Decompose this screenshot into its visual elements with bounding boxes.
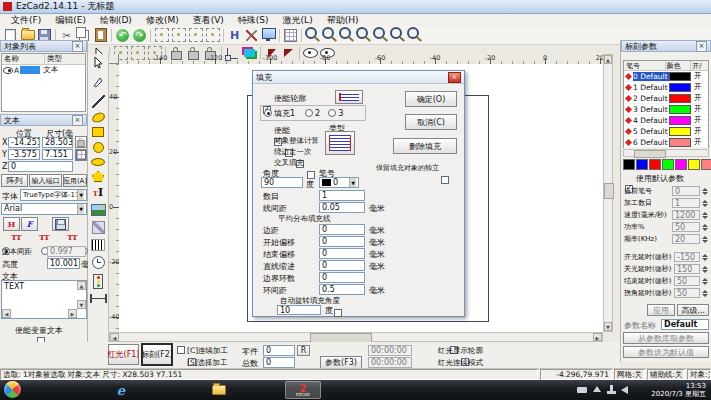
spinner[interactable] xyxy=(702,276,710,286)
close-icon[interactable]: × xyxy=(448,72,461,83)
x-position-input[interactable]: -14.251 xyxy=(8,137,40,148)
col-name[interactable]: 名称 xyxy=(2,54,45,64)
redo-icon[interactable]: ↷ xyxy=(131,28,148,43)
scroll-left-icon[interactable]: ◀ xyxy=(110,333,119,341)
spinner[interactable] xyxy=(702,222,710,232)
z-position-input[interactable]: 0 xyxy=(8,161,73,172)
color-swatch[interactable] xyxy=(688,159,700,170)
pen-select[interactable]: 0▼ xyxy=(319,177,359,188)
set-default-button[interactable]: 参数设为默认值 xyxy=(623,346,709,358)
node-edit-tool[interactable] xyxy=(92,76,104,90)
menu-laser[interactable]: 激光(L) xyxy=(276,14,320,27)
loop-space-input[interactable]: 0.5 xyxy=(319,284,365,295)
zoom-out-icon[interactable] xyxy=(338,28,355,43)
color-swatch[interactable] xyxy=(701,159,711,170)
pen-row[interactable]: 6 Default开 xyxy=(624,137,708,148)
text-panel-header[interactable]: 文本 × xyxy=(0,114,87,126)
spinner[interactable] xyxy=(702,264,710,274)
angle-input[interactable]: 90 xyxy=(261,177,303,188)
auto-rotate-angle-input[interactable]: 10 xyxy=(277,305,321,315)
zoom-page-icon[interactable] xyxy=(406,28,423,43)
visibility-eye-icon[interactable] xyxy=(3,67,13,74)
spinner[interactable] xyxy=(702,186,710,196)
text-content-area[interactable]: TEXT ▲ ▼ ◀ ▶ xyxy=(1,280,87,319)
pen-table-hscrollbar[interactable] xyxy=(623,149,709,157)
line-tool[interactable] xyxy=(92,95,105,108)
cross-hatch-checkbox[interactable] xyxy=(307,171,315,179)
tray-expand-icon[interactable] xyxy=(593,386,601,392)
input-port-tool[interactable] xyxy=(93,274,103,289)
ellipse-tool[interactable] xyxy=(91,158,105,166)
system-settings-icon[interactable] xyxy=(260,28,277,43)
pen-row[interactable]: 1 Default开 xyxy=(624,82,708,93)
canvas-vscrollbar[interactable]: ▲ ▼ xyxy=(603,54,613,332)
scroll-down-icon[interactable]: ▼ xyxy=(77,300,86,309)
y-position-input[interactable]: -3.575 xyxy=(8,149,40,160)
cancel-button[interactable]: 取消(C) xyxy=(405,114,457,130)
marking-panel-header[interactable]: 标刻参数 × xyxy=(621,40,711,52)
speed-input[interactable]: 1200 xyxy=(672,210,700,220)
lock-ratio-button[interactable] xyxy=(75,136,87,148)
fill-dialog-titlebar[interactable]: 填充 × xyxy=(253,71,464,84)
end-offset-input[interactable]: 0 xyxy=(319,248,365,259)
vscroll-thumb[interactable] xyxy=(604,183,614,199)
output-port-tool[interactable] xyxy=(90,294,107,303)
zoom-object-icon[interactable] xyxy=(389,28,406,43)
taskbar-ezcad-button[interactable]: 2 EZCAD xyxy=(285,381,321,399)
from-library-button[interactable]: 从参数库取参数 xyxy=(623,332,709,344)
scroll-up-icon[interactable]: ▲ xyxy=(604,55,612,64)
curve-tool[interactable] xyxy=(91,112,106,124)
status-snap[interactable]: 对象:关 xyxy=(687,369,711,380)
hatch-icon[interactable]: H xyxy=(226,28,243,43)
y-size-input[interactable]: 7.151 xyxy=(42,149,73,160)
menu-special[interactable]: 特殊(S) xyxy=(231,14,276,27)
char-space-input[interactable]: 0.997 xyxy=(47,246,86,257)
circle-tool[interactable] xyxy=(93,142,104,153)
pen-row[interactable]: 0 Default开 xyxy=(624,71,708,82)
taskbar-ie-button[interactable]: e xyxy=(108,381,134,399)
italic-button[interactable]: F xyxy=(21,217,38,231)
start-offset-input[interactable]: 0 xyxy=(319,236,365,247)
corner-delay-input[interactable]: 50 xyxy=(674,288,700,298)
col-pen[interactable]: 笔号 xyxy=(624,61,666,70)
menu-modify[interactable]: 修改(M) xyxy=(139,14,186,27)
spinner[interactable] xyxy=(702,252,710,262)
apply-params-button[interactable]: 应用 xyxy=(647,304,675,316)
param-name-input[interactable]: Default xyxy=(661,319,709,330)
bitmap-tool[interactable] xyxy=(91,204,106,216)
scroll-right-icon[interactable]: ▶ xyxy=(593,333,602,341)
undo-icon[interactable]: ↶ xyxy=(114,28,131,43)
zoom-in-icon[interactable] xyxy=(321,28,338,43)
mark-preview-3-icon[interactable] xyxy=(187,28,204,43)
hscroll-thumb[interactable] xyxy=(634,150,666,158)
frequency-input[interactable]: 20 xyxy=(672,234,700,244)
font-type-select[interactable]: TrueType字体-17(▼ xyxy=(20,189,87,201)
menu-file[interactable]: 文件(F) xyxy=(4,14,48,27)
object-row[interactable]: A 文本 xyxy=(2,65,85,75)
close-icon[interactable]: × xyxy=(72,41,83,52)
contour-style-button[interactable] xyxy=(335,90,363,104)
zoom-pointer-icon[interactable] xyxy=(304,28,321,43)
current-pen-input[interactable]: 0 xyxy=(672,186,700,196)
spinner[interactable] xyxy=(702,288,710,298)
pen-row[interactable]: 3 Default开 xyxy=(624,104,708,115)
rectangle-tool[interactable] xyxy=(92,127,104,137)
status-grid[interactable]: 网格:关 xyxy=(614,369,645,380)
color-swatch[interactable] xyxy=(636,159,648,170)
auto-rotate-checkbox[interactable] xyxy=(334,309,342,317)
spinner[interactable] xyxy=(702,198,710,208)
close-icon[interactable]: × xyxy=(72,115,83,126)
total-input[interactable]: 0 xyxy=(263,357,295,368)
mark-preview-1-icon[interactable] xyxy=(153,28,170,43)
input-port-button[interactable]: 输入端口 xyxy=(29,174,62,187)
clock-tool[interactable] xyxy=(92,256,105,269)
apply-button[interactable]: 应用(A) xyxy=(63,174,87,187)
height-input[interactable]: 10.001 xyxy=(47,258,80,269)
status-guides[interactable]: 辅助线:关 xyxy=(647,369,685,380)
color-swatch[interactable] xyxy=(662,159,674,170)
zoom-all-icon[interactable] xyxy=(372,28,389,43)
polygon-tool[interactable] xyxy=(92,171,104,182)
continuous-checkbox[interactable] xyxy=(177,346,185,354)
ok-button[interactable]: 确定(O) xyxy=(405,91,457,107)
mark-button[interactable]: 标刻(F2) xyxy=(141,343,173,366)
